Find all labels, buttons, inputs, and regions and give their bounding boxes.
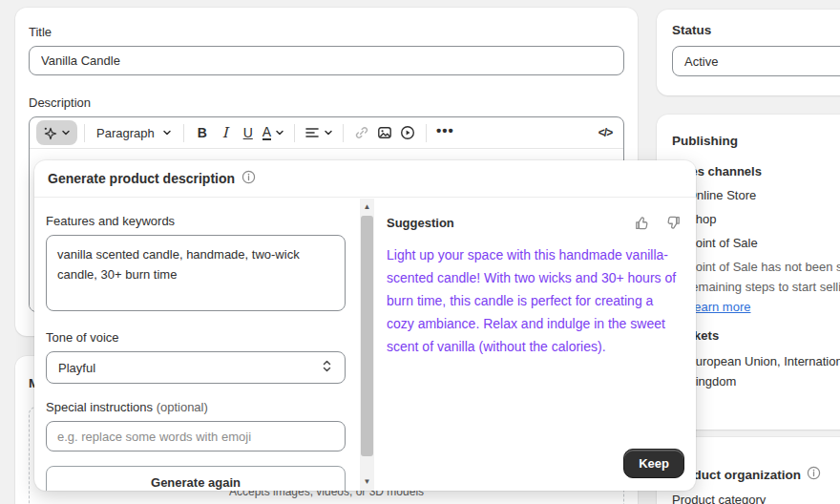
markets-value: European Union, International, and Unite… bbox=[672, 351, 840, 391]
underline-button[interactable]: U bbox=[237, 120, 260, 145]
video-play-icon bbox=[400, 125, 415, 140]
align-left-icon bbox=[304, 125, 320, 140]
publishing-heading: Publishing bbox=[672, 134, 840, 148]
popover-header: Generate product description bbox=[34, 160, 696, 198]
thumbs-down-icon bbox=[665, 215, 682, 231]
special-instructions-input[interactable] bbox=[46, 421, 346, 452]
channel-point-of-sale: Point of Sale bbox=[672, 236, 840, 250]
suggestion-heading: Suggestion bbox=[387, 216, 454, 230]
markets-heading: Markets bbox=[672, 328, 840, 343]
bold-button[interactable]: B bbox=[191, 120, 214, 145]
popover-title: Generate product description bbox=[48, 171, 235, 186]
status-card: Status Active bbox=[657, 10, 840, 95]
italic-button[interactable]: I bbox=[214, 120, 237, 145]
toolbar-separator bbox=[183, 124, 184, 142]
scrollbar-thumb[interactable] bbox=[361, 216, 373, 456]
special-optional-text: (optional) bbox=[157, 400, 208, 414]
chevron-down-icon bbox=[324, 128, 333, 137]
status-value: Active bbox=[684, 54, 718, 69]
title-input[interactable] bbox=[29, 46, 624, 75]
toolbar-separator bbox=[343, 124, 344, 142]
status-select[interactable]: Active bbox=[672, 46, 840, 76]
chevron-down-icon bbox=[162, 128, 172, 137]
suggestion-column: Suggestion bbox=[387, 198, 684, 358]
select-stepper-icon bbox=[321, 359, 333, 376]
tone-select[interactable]: Playful bbox=[46, 351, 346, 384]
title-label: Title bbox=[29, 25, 624, 39]
insert-video-button[interactable] bbox=[396, 120, 419, 145]
paragraph-style-button[interactable]: Paragraph bbox=[92, 120, 177, 145]
insert-image-button[interactable] bbox=[373, 120, 396, 145]
text-color-label: A bbox=[262, 125, 271, 140]
tone-label: Tone of voice bbox=[46, 330, 346, 345]
channel-shop: Shop bbox=[672, 212, 840, 226]
product-edit-page: Title Description bbox=[0, 0, 840, 504]
more-label: ••• bbox=[436, 122, 454, 138]
thumbs-down-button[interactable] bbox=[662, 214, 684, 231]
scroll-down-arrow-icon[interactable]: ▼ bbox=[360, 475, 374, 489]
ai-generate-popover: Generate product description Features an… bbox=[34, 160, 696, 491]
generate-again-button[interactable]: Generate again bbox=[46, 466, 346, 491]
learn-more-link[interactable]: Learn more bbox=[687, 300, 750, 314]
suggestion-text: Light up your space with this handmade v… bbox=[387, 243, 681, 358]
special-label-text: Special instructions bbox=[46, 400, 153, 414]
popover-scrollbar[interactable]: ▲ ▼ bbox=[360, 199, 374, 491]
features-label: Features and keywords bbox=[46, 214, 346, 228]
popover-form-column: Features and keywords vanilla scented ca… bbox=[46, 198, 346, 491]
thumbs-up-button[interactable] bbox=[631, 214, 653, 231]
image-icon bbox=[377, 125, 392, 140]
toolbar-separator bbox=[294, 124, 295, 142]
description-label: Description bbox=[29, 95, 624, 110]
chevron-down-icon bbox=[61, 128, 71, 137]
paragraph-label: Paragraph bbox=[96, 126, 155, 140]
thumbs-up-icon bbox=[634, 215, 650, 231]
link-icon bbox=[354, 125, 369, 140]
keep-button[interactable]: Keep bbox=[623, 449, 684, 478]
more-formatting-button[interactable]: ••• bbox=[433, 120, 457, 145]
status-heading: Status bbox=[672, 23, 840, 37]
features-textarea[interactable]: vanilla scented candle, handmade, two-wi… bbox=[46, 235, 346, 311]
editor-toolbar: Paragraph B I U A bbox=[30, 117, 623, 149]
channel-online-store: Online Store bbox=[672, 188, 840, 202]
ai-magic-button[interactable] bbox=[36, 120, 77, 145]
tone-value: Playful bbox=[58, 361, 95, 375]
toolbar-separator bbox=[84, 124, 85, 142]
italic-label: I bbox=[222, 124, 228, 141]
chevron-down-icon bbox=[275, 128, 284, 137]
info-icon[interactable] bbox=[807, 466, 821, 483]
special-instructions-label: Special instructions (optional) bbox=[46, 400, 346, 414]
insert-link-button[interactable] bbox=[350, 120, 373, 145]
scroll-up-arrow-icon[interactable]: ▲ bbox=[360, 200, 374, 214]
code-icon: </> bbox=[598, 126, 612, 139]
product-category-label: Product category bbox=[672, 493, 840, 504]
bold-label: B bbox=[198, 125, 207, 140]
show-html-button[interactable]: </> bbox=[594, 120, 617, 145]
toolbar-separator bbox=[426, 124, 427, 142]
sparkle-icon bbox=[43, 126, 57, 140]
text-align-button[interactable] bbox=[302, 120, 336, 145]
underline-label: U bbox=[243, 125, 253, 140]
pos-setup-warning: Point of Sale has not been set up. Finis… bbox=[672, 257, 840, 297]
text-color-button[interactable]: A bbox=[260, 120, 287, 145]
sales-channels-heading: Sales channels bbox=[672, 164, 840, 178]
info-icon[interactable] bbox=[242, 170, 256, 187]
